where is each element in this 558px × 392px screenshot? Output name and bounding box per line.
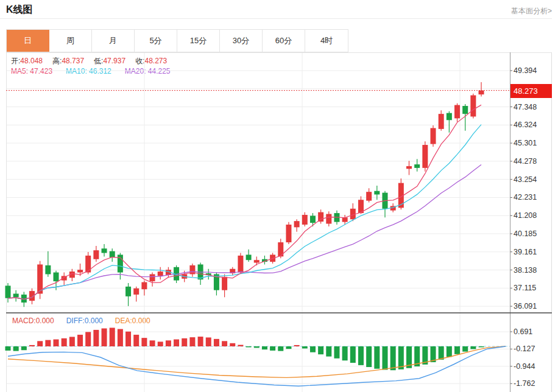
macd-bar [206,337,211,346]
candle-body [5,285,11,298]
price-axis-label: 37.115 [514,284,536,292]
macd-bar [102,329,107,346]
candle-body [470,96,476,117]
macd-bar [270,346,275,351]
page-title: K线图 [6,4,33,16]
candle-body [414,164,420,168]
candle-body [13,293,19,297]
candle-body [406,166,412,169]
macd-bar [310,346,316,352]
macd-bar [133,335,139,346]
price-axis-label: 36.091 [514,302,537,310]
macd-bar [294,345,300,346]
macd-bar [286,346,291,349]
macd-bar [238,345,243,346]
candle-body [45,265,51,275]
macd-bar [462,346,468,352]
macd-bar [29,345,35,346]
macd-bar [358,346,364,365]
macd-bar [382,346,387,370]
candle-body [85,256,91,273]
macd-bar [13,346,19,351]
candle-body [246,254,252,260]
tab-5分[interactable]: 5分 [135,30,177,52]
macd-bar [479,346,484,348]
kline-widget: K线图 基本面分析> 日周月5分15分30分60分4时 开:48.048高:48… [0,0,558,392]
candle-body [431,128,436,144]
tab-4时[interactable]: 4时 [305,30,348,52]
tab-15分[interactable]: 15分 [177,30,220,52]
macd-axis-label: -1.762 [514,379,535,388]
macd-bar [447,346,452,357]
price-axis-label: 39.161 [514,248,537,256]
candle-body [125,287,131,296]
candle-body [54,273,59,282]
price-axis-label: 43.254 [514,175,537,184]
macd-bar [93,330,99,346]
macd-bar [166,340,171,346]
ma10-line [8,125,481,299]
tab-周[interactable]: 周 [49,30,92,52]
macd-bar [366,346,372,367]
macd-bar [125,332,131,346]
price-axis-label: 42.231 [514,193,537,201]
fundamental-analysis-link[interactable]: 基本面分析> [511,6,552,16]
macd-bar [222,341,227,346]
macd-bar [182,338,187,346]
candle-body [294,221,300,227]
macd-bar [118,329,123,346]
macd-bar [37,341,43,346]
macd-bar [350,346,356,363]
macd-axis-label: -0.127 [514,345,535,353]
candle-body [222,277,227,290]
timeframe-tabs: 日周月5分15分30分60分4时 [6,29,348,52]
tab-30分[interactable]: 30分 [220,30,263,52]
candle-body [310,215,316,223]
axis-labels: 49.39447.34846.32445.30144.27843.25442.2… [514,66,537,388]
tab-日[interactable]: 日 [7,30,49,52]
macd-bar [439,346,444,360]
macd-bar [334,346,339,359]
macd-bar [5,346,11,351]
price-axis-label: 45.301 [514,139,537,147]
macd-bar [454,346,460,354]
candle-body [150,274,155,281]
macd-bar [302,346,308,348]
macd-bar [21,346,27,350]
price-axis-label: 46.324 [514,121,537,129]
candle-body [447,113,452,121]
macd-bar [189,337,195,346]
candle-body [77,270,83,272]
macd-bar [254,346,260,348]
macd-bar [110,327,115,346]
price-axis-label: 41.208 [514,211,537,220]
macd-bar [214,339,219,346]
macd-bar [374,346,380,369]
candle-body [422,145,428,168]
macd-bar [141,338,147,346]
macd-bar [77,335,83,346]
macd-bar [278,346,283,351]
macd-bar [150,340,155,346]
macd-bar [246,346,252,348]
candle-body [366,192,372,201]
macd-axis-label: 0.691 [514,327,532,336]
candle-body [93,250,99,259]
price-axis-label: 44.278 [514,157,537,166]
macd-bar [342,346,348,360]
macd-bar [230,343,235,346]
macd-bar [326,346,331,357]
candle-body [326,214,331,224]
macd-bar [262,346,267,349]
candle-body [302,215,308,225]
kline-chart-canvas: 49.39447.34846.32445.30144.27843.25442.2… [0,52,558,392]
candle-body [110,251,115,257]
price-axis-label: 40.185 [514,229,537,238]
macd-bar [398,346,404,369]
macd-bar [62,338,67,346]
macd-bar [198,337,203,346]
tab-60分[interactable]: 60分 [263,30,305,52]
candle-body [133,289,139,295]
tab-月[interactable]: 月 [92,30,135,52]
macd-bar [318,346,323,354]
